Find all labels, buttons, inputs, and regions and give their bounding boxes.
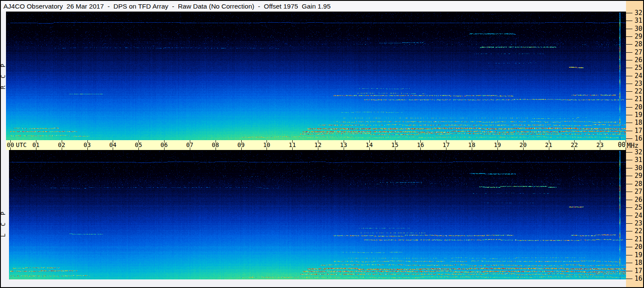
freq-tick-label: 21 [635, 235, 644, 243]
rcp-panel-label: RCP [0, 43, 6, 103]
freq-tick [626, 52, 632, 53]
hour-label: 02 [55, 140, 68, 150]
hour-label: 07 [183, 140, 196, 150]
freq-tick [626, 263, 632, 263]
freq-tick-label: 22 [635, 227, 644, 235]
freq-tick [626, 36, 632, 37]
freq-tick-label: 17 [635, 267, 644, 275]
freq-tick [626, 184, 632, 184]
freq-tick-label: 27 [635, 48, 644, 56]
freq-tick [626, 176, 632, 176]
freq-tick-label: 19 [635, 111, 644, 119]
freq-tick-label: 32 [635, 9, 644, 17]
hour-label: 19 [491, 140, 504, 150]
freq-tick-label: 22 [635, 87, 644, 95]
freq-tick-label: 18 [635, 119, 644, 126]
freq-tick [626, 255, 632, 255]
freq-tick-label: 25 [635, 204, 644, 211]
freq-tick [626, 76, 632, 76]
freq-tick [626, 60, 632, 60]
freq-tick [626, 107, 632, 108]
time-unit-label: UTC [16, 140, 27, 150]
hour-label: 06 [158, 140, 171, 150]
hour-label: 03 [81, 140, 94, 150]
freq-tick-label: 16 [635, 275, 644, 282]
freq-tick-label: 26 [635, 56, 644, 64]
freq-tick-label: 23 [635, 219, 644, 227]
freq-tick-label: 29 [635, 33, 644, 40]
freq-tick [626, 271, 632, 271]
hour-label: 12 [312, 140, 324, 150]
freq-tick [626, 99, 632, 99]
freq-tick-label: 31 [635, 17, 644, 24]
freq-tick [626, 192, 632, 192]
freq-tick-label: 32 [635, 148, 644, 156]
freq-tick [626, 160, 632, 160]
freq-tick [626, 91, 632, 92]
freq-tick [626, 168, 632, 168]
freq-tick-label: 29 [635, 172, 644, 180]
freq-tick-label: 19 [635, 251, 644, 259]
freq-tick-label: 27 [635, 188, 644, 195]
freq-tick-label: 30 [635, 164, 644, 172]
hour-label: 00 [7, 140, 15, 150]
page-title: AJ4CO Observatory 26 Mar 2017 - DPS on T… [1, 3, 331, 10]
freq-tick-label: 31 [635, 156, 644, 164]
title-bar: AJ4CO Observatory 26 Mar 2017 - DPS on T… [1, 1, 626, 12]
freq-tick-label: 25 [635, 64, 644, 72]
rcp-spectrogram [6, 12, 626, 140]
freq-tick [626, 152, 632, 153]
freq-tick-label: 24 [635, 72, 644, 80]
lcp-panel-label: LCP [0, 191, 6, 251]
freq-tick-label: 21 [635, 95, 644, 103]
hour-label: 10 [260, 140, 273, 150]
freq-tick [626, 44, 632, 45]
freq-tick [626, 68, 632, 68]
hour-tick [626, 147, 626, 150]
freq-tick-label: 20 [635, 103, 644, 111]
freq-tick [626, 131, 632, 131]
freq-tick [626, 247, 632, 247]
freq-tick [626, 239, 632, 240]
hour-label: 17 [440, 140, 452, 150]
hour-label: 05 [132, 140, 145, 150]
hour-label: 22 [568, 140, 581, 150]
freq-tick [626, 115, 632, 115]
freq-tick-label: 24 [635, 212, 644, 219]
freq-tick [626, 138, 632, 139]
hour-label: 08 [209, 140, 222, 150]
freq-tick-label: 20 [635, 243, 644, 251]
freq-tick [626, 216, 632, 216]
hour-label: 09 [235, 140, 248, 150]
hour-label: 11 [286, 140, 299, 150]
freq-tick-label: 16 [635, 135, 644, 142]
frequency-axis-column: MHz 323130292827262524232221201918171632… [626, 1, 643, 287]
lcp-spectrogram [9, 150, 626, 279]
freq-tick-label: 17 [635, 127, 644, 135]
hour-label: 04 [106, 140, 119, 150]
time-end-label: 00 [614, 140, 626, 150]
freq-tick [626, 21, 632, 21]
hour-label: 13 [337, 140, 350, 150]
spectrogram-window: AJ4CO Observatory 26 Mar 2017 - DPS on T… [0, 0, 644, 288]
time-axis-band: UTC 00 000102030405060708091011121314151… [6, 140, 626, 150]
freq-tick [626, 223, 632, 224]
freq-tick-label: 18 [635, 259, 644, 267]
freq-tick [626, 200, 632, 200]
freq-tick [626, 231, 632, 231]
hour-label: 16 [414, 140, 427, 150]
freq-tick [626, 13, 632, 13]
freq-tick-label: 28 [635, 40, 644, 48]
freq-tick-label: 28 [635, 180, 644, 188]
hour-label: 23 [593, 140, 606, 150]
freq-tick [626, 84, 632, 84]
hour-label: 21 [542, 140, 555, 150]
freq-tick-label: 30 [635, 25, 644, 33]
freq-tick [626, 207, 632, 208]
freq-tick [626, 279, 632, 279]
freq-tick-label: 26 [635, 196, 644, 204]
hour-tick [626, 140, 626, 143]
freq-tick-label: 23 [635, 80, 644, 87]
hour-label: 14 [363, 140, 376, 150]
hour-label: 18 [465, 140, 478, 150]
